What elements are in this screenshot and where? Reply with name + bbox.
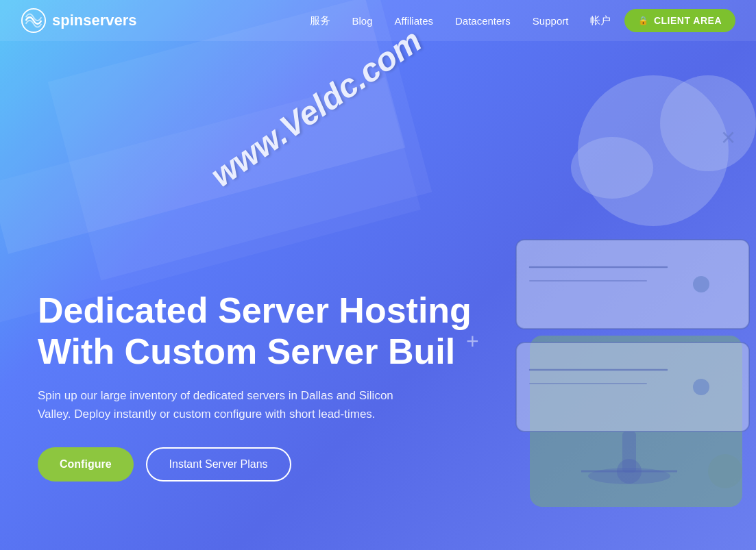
nav-support[interactable]: Support bbox=[533, 15, 569, 27]
hero-content: Dedicated Server Hosting With Custom Ser… bbox=[38, 290, 472, 482]
instant-plans-button[interactable]: Instant Server Plans bbox=[146, 447, 291, 482]
logo[interactable]: spinservers bbox=[21, 8, 137, 34]
hero-section: spinservers 服务 Blog Affiliates Datacente… bbox=[0, 0, 756, 550]
nav-datacenters[interactable]: Datacenters bbox=[455, 15, 511, 27]
svg-point-8 bbox=[693, 276, 709, 292]
nav-account[interactable]: 帐户 bbox=[590, 14, 611, 27]
svg-point-12 bbox=[693, 379, 709, 395]
lock-icon: 🔒 bbox=[638, 16, 649, 25]
svg-rect-5 bbox=[516, 240, 749, 329]
server-illustration bbox=[475, 41, 756, 534]
logo-icon bbox=[21, 8, 47, 34]
svg-point-3 bbox=[571, 137, 653, 199]
hero-buttons: Configure Instant Server Plans bbox=[38, 447, 472, 482]
client-area-button[interactable]: 🔒 CLIENT AREA bbox=[624, 9, 735, 32]
navbar: spinservers 服务 Blog Affiliates Datacente… bbox=[0, 0, 756, 41]
hero-subtitle: Spin up our large inventory of dedicated… bbox=[38, 386, 415, 423]
nav-blog[interactable]: Blog bbox=[352, 15, 373, 27]
nav-affiliates[interactable]: Affiliates bbox=[395, 15, 433, 27]
logo-text: spinservers bbox=[52, 12, 137, 29]
nav-services[interactable]: 服务 bbox=[310, 14, 330, 27]
svg-point-2 bbox=[660, 75, 756, 171]
svg-rect-9 bbox=[516, 342, 749, 432]
x-decoration: × bbox=[721, 123, 735, 152]
configure-button[interactable]: Configure bbox=[38, 447, 134, 482]
nav-links: 服务 Blog Affiliates Datacenters Support 帐… bbox=[310, 14, 611, 27]
hero-title: Dedicated Server Hosting With Custom Ser… bbox=[38, 290, 472, 373]
